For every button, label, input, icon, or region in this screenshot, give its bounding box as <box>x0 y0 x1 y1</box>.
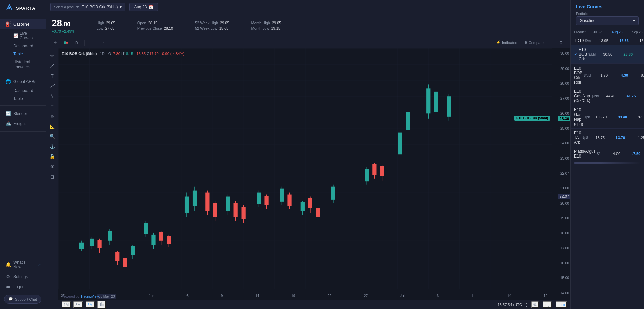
global-arbs-icon: 🌐 <box>5 79 11 84</box>
row-name-ta-arb: E10 TA Arb ¢p8 <box>574 131 588 145</box>
support-chat-button[interactable]: 💬 Support Chat <box>4 295 41 304</box>
y-label-28: 28.00 <box>560 82 569 85</box>
sidebar-item-settings[interactable]: ⚙ Settings <box>0 272 46 282</box>
channel-tool[interactable]: ≡ <box>48 101 57 111</box>
portfolio-label: Portfolio <box>576 12 639 16</box>
y-label-27: 27.00 <box>560 97 569 100</box>
svg-point-10 <box>54 84 55 85</box>
price-display: 28.80 <box>52 18 75 29</box>
tradingview-link[interactable]: TradingView <box>80 295 99 298</box>
date-selector[interactable]: Aug 23 📅 <box>129 3 158 11</box>
sidebar-item-table-arbs[interactable]: Table <box>0 95 46 103</box>
table-row-td19[interactable]: TD19 $/mt 13.95 16.36 16.36 1 <box>571 36 644 45</box>
divider-4 <box>240 19 240 32</box>
e10bob-sep: 24.55 <box>633 52 644 56</box>
svg-rect-5 <box>66 42 68 44</box>
stat-open-row: Open 28.15 <box>137 21 173 25</box>
row-name-gasnap-cpg: E10 Gas-Nap (cpg) ¢p8 <box>574 107 590 126</box>
candle-type-btn[interactable] <box>61 39 71 46</box>
chart-time: 15:57:54 (UTC+1) <box>498 303 527 307</box>
ruler-tool[interactable]: 📐 <box>48 122 57 131</box>
stat-52low-row: 52 Week Low 15.65 <box>195 26 229 30</box>
pencil-tool[interactable]: ✏ <box>48 51 57 60</box>
undo-btn[interactable]: ← <box>89 39 96 46</box>
sidebar-item-dashboard[interactable]: Dashboard <box>0 42 46 50</box>
auto-toggle[interactable]: auto <box>556 301 567 308</box>
product-selector[interactable]: Select a product: E10 BOB Crk ($/bbl) ▾ <box>50 3 125 11</box>
external-link-icon: ↗ <box>38 263 41 267</box>
magnet-tool[interactable]: ⚓ <box>48 142 57 151</box>
svg-rect-43 <box>226 197 230 211</box>
table-row-gasnap-cpg[interactable]: E10 Gas-Nap (cpg) ¢p8 105.70 99.40 87.70… <box>571 105 644 129</box>
gasnap-cpg-unit: ¢p8 <box>584 115 590 119</box>
high-label: High <box>97 21 104 25</box>
redo-btn[interactable]: → <box>99 39 107 46</box>
line-icon <box>50 63 55 69</box>
price-change: +0.70 +2.49% <box>52 29 75 33</box>
lock-tool[interactable]: 🔒 <box>48 152 57 161</box>
table-row-e10bob[interactable]: ✓ E10 BOB Crk $/bbl 30.50 28.80 24.55 1 <box>571 45 644 64</box>
x-label-27: 27 <box>364 294 368 299</box>
sidebar-item-blender[interactable]: 🔄 Blender <box>0 108 46 119</box>
toolbar-right: ⚡ Indicators ⊕ Compare ⛶ ⚙ <box>494 39 565 46</box>
stat-52high-row: 52 Week High 29.05 <box>195 21 229 25</box>
sidebar-item-live-curves[interactable]: 📈 Live Curves <box>0 29 46 42</box>
y-label-16: 16.00 <box>560 261 569 265</box>
chart-bottom-bar: 1M 3M 6M 15:57:54 (UTC+1) % log auto <box>58 300 570 309</box>
stat-52week: 52 Week High 29.05 52 Week Low 15.65 <box>195 21 229 30</box>
toolbar-sep-1 <box>84 40 85 46</box>
sidebar-item-table[interactable]: Table <box>0 50 46 58</box>
sidebar-settings-label: Settings <box>13 274 28 279</box>
emoji-tool[interactable]: ☺ <box>48 112 57 121</box>
svg-line-8 <box>50 64 54 68</box>
percent-toggle[interactable]: % <box>531 301 539 308</box>
svg-rect-81 <box>101 302 102 306</box>
table-row-gasnap-crk[interactable]: E10 Gas-Nap (Crk/Crk) $/bbl 44.40 41.75 … <box>571 87 644 105</box>
sidebar-item-logout[interactable]: ⬅ Logout <box>0 282 46 292</box>
period-1m-btn[interactable]: 1M <box>62 301 71 308</box>
x-label-6a: 6 <box>186 294 189 299</box>
eye-tool[interactable]: 👁 <box>48 162 57 171</box>
svg-rect-17 <box>97 240 101 248</box>
stat-high-row: High 29.05 <box>97 21 115 25</box>
trend-tool[interactable] <box>48 81 57 91</box>
sidebar-item-whats-new[interactable]: 🔔 What's New ↗ <box>0 258 46 272</box>
gasnap-crk-aug: 41.75 <box>615 94 636 98</box>
indicators-btn[interactable]: ⚡ Indicators <box>494 39 520 46</box>
table-row-platts[interactable]: Platts/Argus E10 $/mt -4.00 -7.50 -2.50 … <box>571 147 644 161</box>
support-label: Support Chat <box>15 297 37 301</box>
period-6m-btn[interactable]: 6M <box>86 301 95 308</box>
x-label-19b: 19 <box>544 294 547 299</box>
month-low-label: Month Low <box>251 26 269 30</box>
svg-rect-65 <box>365 169 369 181</box>
period-3m-btn[interactable]: 3M <box>73 301 83 308</box>
settings-chart-btn[interactable]: ⚙ <box>557 39 565 46</box>
svg-rect-53 <box>280 189 284 202</box>
fork-tool[interactable]: ⑂ <box>48 91 57 101</box>
sidebar-item-dashboard-arbs[interactable]: Dashboard <box>0 87 46 95</box>
line-tool[interactable] <box>48 61 57 71</box>
low-value: 27.65 <box>105 26 115 30</box>
x-label-6b: 6 <box>437 294 439 299</box>
compare-chart-btn[interactable] <box>97 301 106 309</box>
sidebar-item-gasoline[interactable]: ⛽ Gasoline ⋮ <box>0 19 46 29</box>
zoom-tool[interactable]: 🔍 <box>48 132 57 141</box>
compare-btn[interactable]: ⊕ Compare <box>522 39 546 46</box>
svg-rect-79 <box>447 96 451 117</box>
td19-sep: 16.36 <box>629 39 644 43</box>
fullscreen-btn[interactable]: ⛶ <box>548 39 555 46</box>
candlestick-chart <box>58 48 552 289</box>
sidebar-item-historical-forwards[interactable]: Historical Forwards <box>0 58 46 71</box>
portfolio-selector[interactable]: Gasoline ▾ <box>576 16 639 25</box>
svg-rect-80 <box>100 303 101 306</box>
table-row-e10roll[interactable]: E10 BOB Crk Roll $/bbl 1.70 4.30 8.20 <box>571 64 644 87</box>
sidebar-item-global-arbs[interactable]: 🌐 Global ARBs <box>0 77 46 87</box>
log-toggle[interactable]: log <box>543 301 552 308</box>
table-row-ta-arb[interactable]: E10 TA Arb ¢p8 13.75 13.70 -1.25 <box>571 129 644 147</box>
crosshair-tool[interactable]: ✛ <box>52 39 59 46</box>
text-tool[interactable]: T <box>48 71 57 81</box>
checkmark-icon: ✓ <box>574 52 577 57</box>
sidebar-item-freight[interactable]: 🚢 Freight <box>0 119 46 129</box>
interval-btn[interactable]: D <box>73 39 80 46</box>
trash-tool[interactable]: 🗑 <box>48 172 57 181</box>
